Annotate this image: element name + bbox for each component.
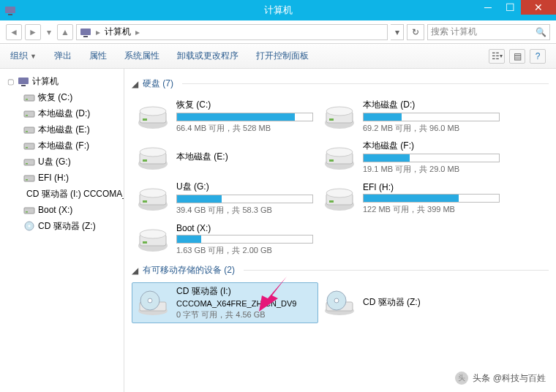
window-title: 计算机 bbox=[264, 4, 293, 17]
svg-point-30 bbox=[326, 107, 353, 116]
forward-button[interactable]: ► bbox=[25, 24, 41, 40]
hdd-icon bbox=[323, 143, 356, 172]
svg-rect-27 bbox=[143, 118, 147, 121]
svg-rect-3 bbox=[83, 36, 88, 37]
hdd-icon bbox=[323, 184, 356, 213]
hdd-icon bbox=[323, 102, 356, 131]
svg-rect-16 bbox=[24, 176, 34, 181]
control-panel-button[interactable]: 打开控制面板 bbox=[256, 50, 309, 62]
organize-menu[interactable]: 组织 ▼ bbox=[10, 50, 37, 62]
capacity-bar bbox=[363, 113, 500, 121]
svg-rect-7 bbox=[26, 99, 28, 100]
svg-rect-14 bbox=[24, 159, 34, 165]
preview-pane-button[interactable]: ▤ bbox=[509, 49, 525, 64]
drive-subname: CCCOMA_X64FRE_ZH-CN_DV9 bbox=[176, 299, 313, 308]
search-box[interactable]: 搜索 计算机 🔍 bbox=[427, 24, 550, 40]
svg-rect-39 bbox=[329, 159, 334, 162]
svg-rect-35 bbox=[143, 159, 147, 162]
drive-item[interactable]: 本地磁盘 (E:) bbox=[132, 137, 318, 178]
tree-item[interactable]: 本地磁盘 (F:) bbox=[0, 137, 124, 154]
svg-point-38 bbox=[326, 148, 353, 157]
drive-status: 0 字节 可用，共 4.56 GB bbox=[176, 309, 313, 320]
tree-item[interactable]: EFI (H:) bbox=[0, 170, 124, 186]
drive-name: 本地磁盘 (F:) bbox=[363, 140, 500, 152]
hdd-icon bbox=[137, 184, 169, 213]
drive-item[interactable]: Boot (X:) 1.63 GB 可用，共 2.00 GB bbox=[132, 219, 318, 260]
drive-name: 本地磁盘 (E:) bbox=[176, 151, 313, 163]
svg-rect-47 bbox=[329, 200, 334, 203]
maximize-button[interactable]: ☐ bbox=[499, 0, 521, 15]
drive-status: 66.4 MB 可用，共 528 MB bbox=[176, 123, 313, 134]
section-hard-drives[interactable]: ◢ 硬盘 (7) bbox=[132, 78, 549, 90]
drive-item[interactable]: EFI (H:) 122 MB 可用，共 399 MB bbox=[318, 178, 505, 219]
up-button[interactable]: ▲ bbox=[57, 24, 73, 40]
hdd-icon bbox=[137, 143, 169, 172]
history-dropdown[interactable]: ▾ bbox=[44, 24, 54, 40]
drive-item[interactable]: 本地磁盘 (D:) 69.2 MB 可用，共 96.0 MB bbox=[318, 96, 505, 137]
drive-item[interactable]: CD 驱动器 (I:) CCCOMA_X64FRE_ZH-CN_DV9 0 字节… bbox=[132, 282, 318, 323]
drive-status: 1.63 GB 可用，共 2.00 GB bbox=[176, 245, 313, 256]
drive-item[interactable]: U盘 (G:) 39.4 GB 可用，共 58.3 GB bbox=[132, 178, 318, 219]
help-button[interactable]: ? bbox=[530, 49, 546, 64]
svg-rect-51 bbox=[143, 241, 147, 244]
svg-point-42 bbox=[140, 189, 166, 197]
svg-rect-1 bbox=[8, 14, 12, 15]
tree-item[interactable]: U盘 (G:) bbox=[0, 154, 124, 170]
drive-status: 39.4 GB 可用，共 58.3 GB bbox=[176, 205, 313, 216]
svg-point-55 bbox=[148, 298, 152, 303]
close-button[interactable]: ✕ bbox=[521, 0, 556, 15]
system-properties-button[interactable]: 系统属性 bbox=[124, 50, 159, 62]
svg-rect-13 bbox=[26, 147, 28, 148]
tree-item[interactable]: 本地磁盘 (E:) bbox=[0, 121, 124, 137]
minimize-button[interactable]: ─ bbox=[477, 0, 499, 15]
drive-status: 19.1 MB 可用，共 29.0 MB bbox=[363, 164, 500, 175]
svg-rect-17 bbox=[26, 179, 28, 181]
svg-point-34 bbox=[140, 148, 166, 157]
drive-name: Boot (X:) bbox=[176, 223, 313, 233]
drive-item[interactable]: 恢复 (C:) 66.4 MB 可用，共 528 MB bbox=[132, 96, 318, 137]
address-bar[interactable]: ▸ 计算机 ▸ bbox=[76, 24, 388, 40]
back-button[interactable]: ◄ bbox=[6, 24, 22, 40]
drive-item[interactable]: CD 驱动器 (Z:) bbox=[318, 282, 505, 323]
drive-item[interactable]: 本地磁盘 (F:) 19.1 MB 可用，共 29.0 MB bbox=[318, 137, 505, 178]
svg-rect-5 bbox=[21, 85, 26, 86]
svg-rect-4 bbox=[18, 78, 29, 84]
collapse-icon[interactable]: ◢ bbox=[132, 265, 138, 276]
drive-name: EFI (H:) bbox=[363, 182, 500, 192]
capacity-bar bbox=[363, 154, 500, 162]
cd-icon bbox=[323, 288, 356, 317]
collapse-icon[interactable]: ◢ bbox=[132, 79, 138, 89]
uninstall-button[interactable]: 卸载或更改程序 bbox=[177, 50, 238, 62]
tree-item[interactable]: CD 驱动器 (Z:) bbox=[0, 218, 124, 234]
address-dropdown[interactable]: ▾ bbox=[391, 24, 404, 40]
search-placeholder: 搜索 计算机 bbox=[431, 26, 477, 38]
svg-rect-2 bbox=[80, 29, 91, 35]
drive-name: 本地磁盘 (D:) bbox=[363, 99, 500, 111]
tree-item[interactable]: Boot (X:) bbox=[0, 202, 124, 218]
credit-overlay: 头 头条 @科技与百姓 bbox=[455, 372, 546, 385]
tree-item[interactable]: 恢复 (C:) bbox=[0, 89, 124, 105]
drive-name: U盘 (G:) bbox=[176, 181, 313, 193]
hdd-icon bbox=[137, 102, 169, 131]
svg-rect-10 bbox=[24, 127, 34, 133]
eject-button[interactable]: 弹出 bbox=[54, 50, 72, 62]
section-removable[interactable]: ◢ 有可移动存储的设备 (2) bbox=[132, 264, 549, 276]
drive-status: 69.2 MB 可用，共 96.0 MB bbox=[363, 123, 500, 134]
svg-rect-9 bbox=[26, 115, 28, 116]
hdd-icon bbox=[137, 225, 169, 254]
svg-point-59 bbox=[334, 298, 339, 303]
tree-item[interactable]: CD 驱动器 (I:) CCCOMA_X64FRE_ZH-CN_DV9 bbox=[0, 186, 124, 202]
tree-item[interactable]: 本地磁盘 (D:) bbox=[0, 105, 124, 121]
toolbar: 组织 ▼ 弹出 属性 系统属性 卸载或更改程序 打开控制面板 ☷▾ ▤ ? bbox=[0, 44, 556, 69]
svg-point-23 bbox=[29, 225, 31, 227]
main-pane: ◢ 硬盘 (7) 恢复 (C:) 66.4 MB 可用，共 528 MB 本地磁… bbox=[124, 69, 556, 392]
collapse-icon[interactable]: ▢ bbox=[7, 78, 15, 86]
tree-root-computer[interactable]: ▢ 计算机 bbox=[0, 73, 124, 89]
svg-rect-15 bbox=[26, 163, 28, 165]
view-options-button[interactable]: ☷▾ bbox=[489, 49, 505, 64]
refresh-button[interactable]: ↻ bbox=[407, 24, 424, 40]
properties-button[interactable]: 属性 bbox=[89, 50, 107, 62]
computer-icon bbox=[80, 26, 91, 38]
nav-bar: ◄ ► ▾ ▲ ▸ 计算机 ▸ ▾ ↻ 搜索 计算机 🔍 bbox=[0, 20, 556, 44]
svg-rect-31 bbox=[329, 118, 334, 121]
